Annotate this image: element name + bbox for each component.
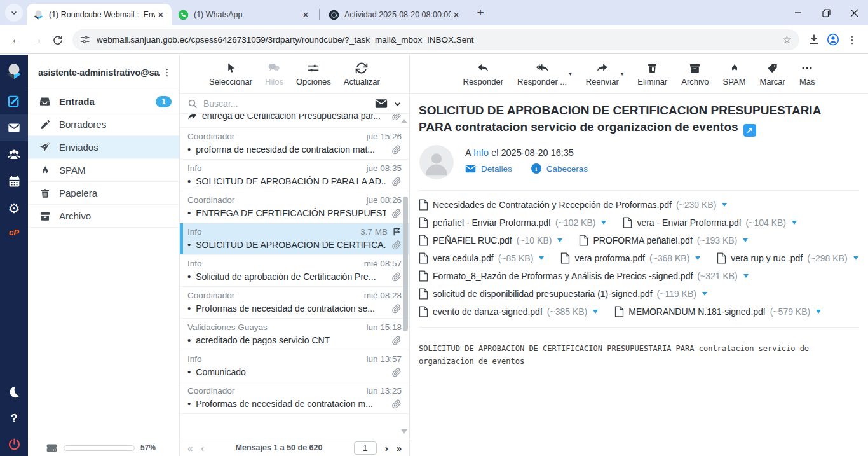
- attachment-menu-caret[interactable]: [702, 292, 707, 296]
- tab-actividad[interactable]: Actividad 2025-08-20 08:00:00 ✕: [322, 4, 467, 25]
- sidebar-item-label: Borradores: [59, 119, 106, 130]
- search-input[interactable]: [203, 99, 369, 109]
- attachment-chip[interactable]: vera proforma.pdf (~368 KB): [560, 252, 700, 264]
- site-settings-icon[interactable]: [80, 34, 90, 45]
- forward-menu-caret[interactable]: ▾: [621, 71, 624, 77]
- rail-contacts-button[interactable]: [0, 141, 28, 168]
- message-list-item[interactable]: Coordinador jue 08:26 • ENTREGA DE CERTI…: [180, 191, 409, 223]
- message-list-item[interactable]: Validaciones Guayas lun 15:18 • acredita…: [180, 319, 409, 350]
- message-list-item[interactable]: Coordinador lun 13:25 • Proformas de nec…: [180, 382, 409, 414]
- attachment-chip[interactable]: PEÑAFIEL RUC.pdf (~10 KB): [419, 235, 562, 246]
- last-page-button[interactable]: »: [397, 443, 402, 453]
- attachment-chip[interactable]: vera cedula.pdf (~85 KB): [419, 252, 544, 264]
- select-button[interactable]: Seleccionar: [209, 62, 252, 86]
- reply-all-menu-caret[interactable]: ▾: [569, 71, 572, 77]
- message-list-item[interactable]: Info mié 08:57 • Solicitud de aprobación…: [180, 255, 409, 287]
- new-tab-button[interactable]: +: [472, 4, 489, 21]
- attachment-menu-caret[interactable]: [743, 238, 748, 242]
- forward-button[interactable]: →: [27, 29, 47, 50]
- attachment-chip[interactable]: Necesidades de Contratación y Recepción …: [419, 199, 727, 211]
- logout-button[interactable]: [0, 432, 28, 456]
- downloads-button[interactable]: [804, 30, 824, 49]
- attachment-chip[interactable]: Formato_8_Razón de Proformas y Análisis …: [419, 270, 749, 282]
- back-button[interactable]: ←: [6, 29, 27, 50]
- scrollbar-up-arrow[interactable]: [401, 119, 407, 123]
- cpanel-button[interactable]: cP: [0, 221, 28, 243]
- attachment-menu-caret[interactable]: [743, 274, 749, 278]
- tab-search-button[interactable]: [5, 4, 23, 22]
- rail-settings-button[interactable]: ⚙: [0, 195, 28, 221]
- tab-roundcube[interactable]: (1) Roundcube Webmail :: Envia ✕: [27, 4, 172, 25]
- profile-button[interactable]: [824, 30, 843, 49]
- refresh-button[interactable]: Actualizar: [344, 62, 380, 86]
- tab-close-icon[interactable]: ✕: [155, 9, 166, 20]
- attachment-chip[interactable]: PROFORMA peñafiel.pdf (~193 KB): [579, 235, 748, 246]
- address-bar[interactable]: webmail.sanjuan.gob.ec/cpsess6426731059/…: [72, 29, 799, 50]
- attachment-chip[interactable]: MEMORANDUM N.181-signed.pdf (~579 KB): [614, 306, 821, 317]
- more-button[interactable]: Más: [799, 62, 815, 86]
- attachment-chip[interactable]: vera rup y ruc .pdf (~298 KB): [717, 252, 858, 264]
- prev-page-button[interactable]: ‹: [201, 443, 204, 453]
- account-menu-icon[interactable]: ⋮: [160, 67, 174, 78]
- headers-link[interactable]: Cabeceras: [546, 164, 588, 174]
- minimize-button[interactable]: [784, 0, 812, 25]
- tab-close-icon[interactable]: ✕: [451, 9, 462, 20]
- attachment-menu-caret[interactable]: [722, 203, 727, 207]
- close-window-button[interactable]: [840, 0, 868, 25]
- delete-button[interactable]: Eliminar: [637, 62, 667, 86]
- scrollbar-thumb[interactable]: [403, 197, 408, 331]
- attachment-menu-caret[interactable]: [557, 238, 562, 242]
- tab-whatsapp[interactable]: (1) WhatsApp ✕: [172, 4, 316, 25]
- attachment-menu-caret[interactable]: [593, 310, 598, 314]
- message-list-item[interactable]: Info 3.7 MB • SOLICITUD DE APROBACION DE…: [180, 223, 409, 255]
- message-list-item[interactable]: Coordinador jue 15:26 • proforma de nece…: [180, 128, 409, 160]
- compose-button[interactable]: [0, 88, 28, 114]
- reply-button[interactable]: Responder: [463, 62, 504, 86]
- attachment-chip[interactable]: solicitud de disponibilidad presupuestar…: [419, 288, 707, 300]
- attachment-menu-caret[interactable]: [853, 256, 858, 260]
- attachment-menu-caret[interactable]: [695, 256, 700, 260]
- reload-button[interactable]: [47, 29, 67, 50]
- browser-menu-button[interactable]: ⋮: [843, 30, 862, 49]
- threads-button[interactable]: Hilos: [265, 62, 283, 86]
- message-list-item[interactable]: Coordinador mié 08:28 • Proformas de nec…: [180, 287, 409, 319]
- message-list-item[interactable]: Info lun 13:57 • Comunicado: [180, 350, 409, 382]
- sidebar-item-entrada[interactable]: Entrada 1: [28, 90, 179, 113]
- attachment-menu-caret[interactable]: [816, 310, 821, 314]
- archive-button[interactable]: Archivo: [681, 62, 709, 86]
- attachment-chip[interactable]: peñafiel - Enviar Proforma.pdf (~102 KB): [419, 217, 606, 228]
- sidebar-item-archivo[interactable]: Archivo: [28, 205, 179, 228]
- rail-mail-button[interactable]: [0, 114, 28, 141]
- options-button[interactable]: Opciones: [296, 62, 331, 86]
- dark-mode-button[interactable]: [0, 378, 28, 405]
- first-page-button[interactable]: «: [187, 443, 193, 453]
- attachment-menu-caret[interactable]: [539, 256, 544, 260]
- mark-button[interactable]: Marcar: [759, 62, 785, 86]
- attachment-menu-caret[interactable]: [601, 221, 606, 225]
- page-number-input[interactable]: [354, 441, 377, 455]
- message-list-item-partial[interactable]: entrega de Certificación Presupuestaria …: [180, 114, 409, 128]
- attachment-menu-caret[interactable]: [792, 221, 797, 225]
- sidebar-item-spam[interactable]: SPAM: [28, 159, 179, 182]
- sidebar-item-enviados[interactable]: Enviados: [28, 136, 179, 159]
- scrollbar-down-arrow[interactable]: [401, 429, 407, 434]
- next-page-button[interactable]: ›: [385, 443, 388, 453]
- forward-button[interactable]: Reenviar: [586, 62, 619, 86]
- search-scope-mail-icon[interactable]: [375, 99, 388, 109]
- search-options-chevron-icon[interactable]: [393, 100, 402, 108]
- rail-calendar-button[interactable]: [0, 168, 28, 195]
- sidebar-item-borradores[interactable]: Borradores: [28, 113, 179, 136]
- reply-all-button[interactable]: Responder ...: [517, 62, 567, 86]
- spam-button[interactable]: SPAM: [723, 62, 746, 86]
- recipient-link[interactable]: Info: [473, 148, 489, 158]
- tab-close-icon[interactable]: ✕: [300, 9, 311, 20]
- attachment-chip[interactable]: evento de danza-signed.pdf (~385 KB): [419, 306, 598, 317]
- restore-button[interactable]: [812, 0, 840, 25]
- sidebar-item-papelera[interactable]: Papelera: [28, 182, 179, 205]
- bookmark-star-icon[interactable]: ☆: [782, 33, 792, 46]
- help-button[interactable]: ?: [0, 405, 28, 432]
- details-link[interactable]: Detalles: [481, 164, 512, 174]
- attachment-chip[interactable]: vera - Enviar Proforma.pdf (~104 KB): [623, 217, 797, 228]
- open-in-new-window-icon[interactable]: ↗: [743, 124, 756, 137]
- message-list-item[interactable]: Info jue 08:35 • SOLICITUD DE APROBACIÓN…: [180, 160, 409, 191]
